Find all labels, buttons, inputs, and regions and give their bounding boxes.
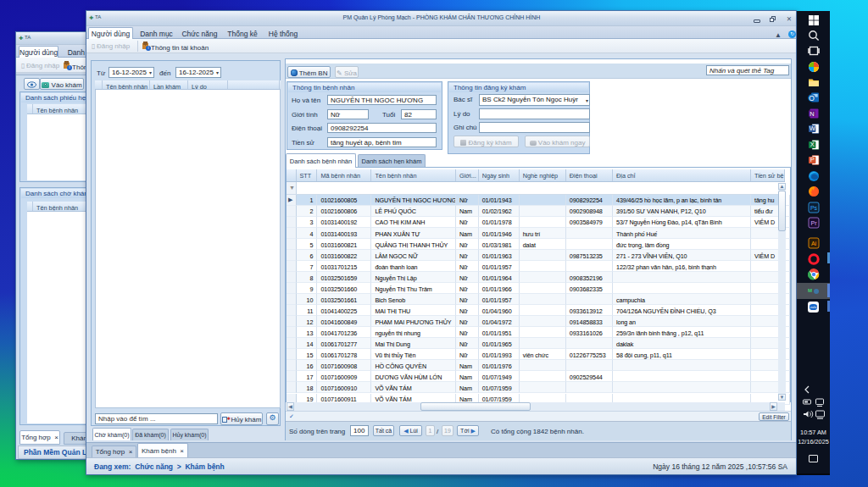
svg-text:Pr: Pr bbox=[810, 220, 817, 226]
svg-text:P: P bbox=[810, 156, 814, 163]
svg-text:X: X bbox=[810, 141, 814, 148]
svg-text:N: N bbox=[810, 109, 814, 117]
svg-text:Ps: Ps bbox=[810, 204, 817, 210]
svg-text:W: W bbox=[809, 125, 815, 132]
svg-text:O: O bbox=[809, 94, 815, 102]
svg-text:Ai: Ai bbox=[810, 241, 816, 246]
